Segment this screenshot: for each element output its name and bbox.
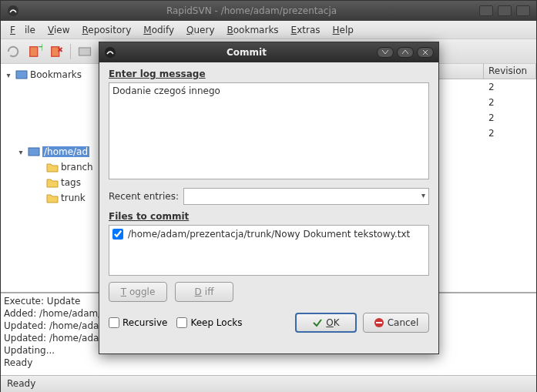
bookmark-icon	[28, 146, 40, 157]
chevron-down-icon: ▾	[421, 191, 425, 199]
ok-button[interactable]: OK	[295, 313, 357, 333]
menubar: File View Repository Modify Query Bookma…	[1, 21, 536, 39]
col-revision[interactable]: Revision	[484, 64, 536, 79]
folder-icon	[46, 177, 59, 188]
log-message-label: Enter log message	[109, 69, 429, 79]
app-icon	[7, 5, 19, 17]
folder-icon	[46, 193, 59, 203]
recent-entries-label: Recent entries:	[109, 191, 179, 202]
dialog-title: Commit	[116, 47, 377, 58]
folder-icon	[46, 162, 59, 173]
commit-dialog: Commit Enter log message Recent entries:…	[99, 42, 439, 354]
close-icon[interactable]	[516, 5, 530, 16]
tree-item-label: /home/ad	[42, 146, 89, 157]
svg-rect-6	[29, 148, 39, 156]
file-row[interactable]: /home/adam/prezentacja/trunk/Nowy Dokume…	[112, 229, 425, 240]
bookmarks-icon	[15, 69, 28, 80]
svg-rect-1	[30, 46, 38, 56]
menu-query[interactable]: Query	[182, 23, 219, 37]
tree-item-label: tags	[61, 177, 81, 188]
menu-view[interactable]: View	[43, 23, 74, 37]
svg-point-0	[8, 5, 18, 16]
status-text: Ready	[7, 378, 35, 389]
recursive-checkbox[interactable]	[109, 317, 119, 328]
refresh-icon[interactable]	[5, 44, 21, 59]
ok-icon	[312, 317, 323, 328]
svg-rect-9	[376, 322, 382, 323]
dialog-titlebar[interactable]: Commit	[99, 42, 438, 62]
statusbar: Ready	[1, 375, 536, 392]
expand-icon[interactable]: ▾	[16, 148, 25, 156]
remove-bookmark-icon[interactable]	[49, 44, 64, 59]
menu-help[interactable]: Help	[328, 23, 358, 37]
toggle-button[interactable]: Toggle	[109, 282, 167, 302]
keep-locks-checkbox[interactable]	[176, 317, 187, 328]
app-icon	[104, 46, 116, 59]
up-icon[interactable]	[397, 47, 414, 58]
log-message-input[interactable]	[109, 82, 429, 179]
expand-icon[interactable]: ▾	[4, 71, 13, 79]
shade-icon[interactable]	[377, 47, 394, 58]
add-bookmark-icon[interactable]: +	[27, 44, 42, 59]
menu-extras[interactable]: Extras	[287, 23, 325, 37]
main-titlebar[interactable]: RapidSVN - /home/adam/prezentacja	[1, 1, 536, 21]
tree-root-label: Bookmarks	[30, 69, 82, 80]
files-to-commit-label: Files to commit	[109, 211, 429, 222]
tree-item-label: branch	[61, 162, 93, 173]
files-list[interactable]: /home/adam/prezentacja/trunk/Nowy Dokume…	[109, 225, 429, 276]
minimize-icon[interactable]	[479, 5, 493, 16]
diff-button[interactable]: Diff	[175, 282, 233, 302]
main-title: RapidSVN - /home/adam/prezentacja	[24, 5, 479, 16]
close-icon[interactable]	[417, 47, 434, 58]
recent-entries-select[interactable]: ▾	[183, 188, 429, 205]
file-checkbox[interactable]	[112, 229, 123, 240]
svg-rect-4	[79, 48, 91, 55]
menu-repository[interactable]: Repository	[77, 23, 136, 37]
menu-file[interactable]: File	[5, 23, 40, 37]
keep-locks-label: Keep Locks	[190, 317, 242, 328]
cancel-button[interactable]: Cancel	[363, 313, 429, 333]
tree-item-label: trunk	[61, 193, 86, 203]
maximize-icon[interactable]	[498, 5, 512, 16]
tool-icon[interactable]	[77, 44, 92, 59]
file-path: /home/adam/prezentacja/trunk/Nowy Dokume…	[128, 229, 410, 240]
menu-modify[interactable]: Modify	[139, 23, 179, 37]
svg-point-7	[105, 47, 116, 58]
log-line: Ready	[4, 357, 533, 369]
menu-bookmarks[interactable]: Bookmarks	[223, 23, 284, 37]
keep-locks-checkbox-group[interactable]: Keep Locks	[176, 317, 242, 328]
recursive-checkbox-group[interactable]: Recursive	[109, 317, 167, 328]
svg-rect-5	[16, 71, 27, 79]
recursive-label: Recursive	[123, 317, 167, 328]
cancel-icon	[374, 317, 384, 328]
svg-text:+: +	[38, 44, 42, 54]
